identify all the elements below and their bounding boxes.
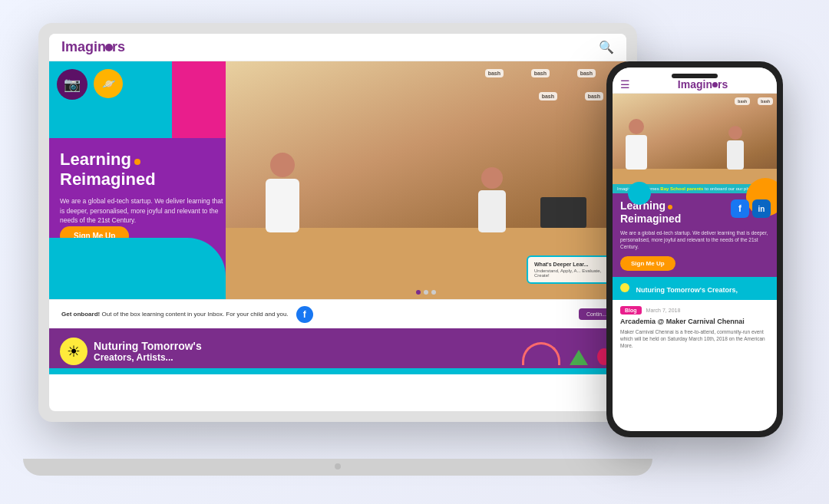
search-icon[interactable]: 🔍 xyxy=(599,40,614,54)
laptop-hero: 📷 🪐 Learning Reimagined We are a global … xyxy=(49,61,626,299)
mobile-phone: ☰ Imaginrs bash bash xyxy=(606,61,783,437)
mobile-child xyxy=(727,126,744,170)
ticker-highlight: Bay School parents xyxy=(660,186,703,191)
bottom-text: Nuturing Tomorrow's Creators, Artists... xyxy=(94,340,202,363)
signup-text: Get onboard! Out of the box learning con… xyxy=(61,311,289,318)
hero-photo: bash bash bash bash bash xyxy=(226,61,626,299)
bash-logo-2: bash xyxy=(531,69,550,77)
linkedin-social-icon[interactable]: in xyxy=(752,199,771,218)
planet-icon: 🪐 xyxy=(94,69,123,98)
bash-logo-4: bash xyxy=(585,92,603,100)
bottom-teal-bar xyxy=(49,368,626,374)
mobile-photo-bg: bash bash xyxy=(613,94,777,193)
mobile-navbar: ☰ Imaginrs xyxy=(613,68,777,94)
hero-heading: Learning Reimagined xyxy=(60,150,226,190)
mobile-heading-dot xyxy=(668,205,672,209)
mobile-woman-body xyxy=(626,135,647,170)
mobile-sign-me-up-button[interactable]: Sign Me Up xyxy=(620,256,675,271)
hero-icons: 📷 🪐 xyxy=(57,69,123,100)
mobile-bash-logo-2: bash xyxy=(735,97,750,105)
mobile-hero-photo: bash bash xyxy=(613,94,777,193)
mobile-woman xyxy=(626,119,647,170)
mobile-woman-head xyxy=(629,119,644,134)
triangle-deco xyxy=(570,342,588,365)
deeper-learning-card: What's Deeper Lear... Understand, Apply,… xyxy=(527,255,619,284)
mobile-child-head xyxy=(728,126,742,140)
laptop-screen: Imaginrs 🔍 📷 🪐 xyxy=(49,34,626,411)
laptop-logo: Imaginrs xyxy=(61,39,125,55)
facebook-social-icon[interactable]: f xyxy=(731,199,749,218)
hamburger-menu-icon[interactable]: ☰ xyxy=(620,78,630,91)
teal-circle-deco xyxy=(628,182,651,205)
blog-tag: Blog xyxy=(620,306,642,315)
card-text: Understand, Apply, A... Evaluate, Create… xyxy=(534,268,611,278)
blog-meta: Blog March 7, 2018 xyxy=(620,306,769,315)
laptop-base xyxy=(23,459,652,476)
arc-deco xyxy=(522,342,560,365)
triangle-icon xyxy=(570,350,588,365)
nurturing-dot-icon xyxy=(620,283,629,292)
bash-logo-1: bash xyxy=(577,69,596,77)
signup-bar: Get onboard! Out of the box learning con… xyxy=(49,299,626,328)
child-head xyxy=(481,167,503,189)
woman-head xyxy=(270,153,295,177)
mobile-screen: ☰ Imaginrs bash bash xyxy=(613,68,777,431)
bottom-decorations xyxy=(522,342,611,365)
laptop-navbar: Imaginrs 🔍 xyxy=(49,34,626,61)
blog-date: March 7, 2018 xyxy=(646,308,681,313)
mobile-hero-body: We are a global ed-tech startup. We deli… xyxy=(620,229,769,250)
nurturing-text-line2: Creators, Artists... xyxy=(94,352,202,363)
child-body xyxy=(478,190,506,232)
hero-body-text: We are a global ed-tech startup. We deli… xyxy=(60,196,226,226)
hero-pink-bg xyxy=(172,61,226,138)
puzzle-piece-deco xyxy=(49,238,226,299)
card-title: What's Deeper Lear... xyxy=(534,262,611,267)
facebook-icon[interactable]: f xyxy=(296,306,313,323)
dot-1[interactable] xyxy=(416,290,421,295)
bash-logo-5: bash xyxy=(539,92,557,100)
laptop-bottom-section: ☀ Nuturing Tomorrow's Creators, Artists.… xyxy=(49,328,626,374)
laptop: Imaginrs 🔍 📷 🪐 xyxy=(38,23,637,476)
logo-circle-icon xyxy=(105,44,113,51)
sun-character-icon: ☀ xyxy=(60,338,88,365)
mobile-bash-logo: bash xyxy=(758,97,773,105)
dot-3[interactable] xyxy=(431,290,436,295)
woman-body xyxy=(266,179,299,232)
blog-title: Arcademia @ Maker Carnival Chennai xyxy=(620,318,769,325)
mobile-photo-scene: bash bash xyxy=(613,94,777,193)
heading-dot xyxy=(134,159,140,165)
laptop-camera xyxy=(335,463,341,469)
nurturing-text-line1: Nuturing Tomorrow's xyxy=(94,340,202,352)
blog-excerpt: Maker Carnival Chennai is a free-to-atte… xyxy=(620,328,769,349)
hero-photo-bg: bash bash bash bash bash xyxy=(226,61,626,299)
photo-woman xyxy=(266,153,299,232)
dot-2[interactable] xyxy=(424,290,428,295)
camera-icon: 📷 xyxy=(57,69,88,100)
hero-left-panel: 📷 🪐 Learning Reimagined We are a global … xyxy=(49,61,226,299)
mobile-notch xyxy=(672,74,718,78)
social-icons: f in xyxy=(731,199,771,218)
mobile-logo-circle xyxy=(712,82,718,87)
mobile-nurturing-text: Nuturing Tomorrow's Creators, xyxy=(636,286,737,294)
mobile-child-body xyxy=(727,140,744,170)
mobile-logo: Imaginrs xyxy=(636,78,769,91)
bash-logo-3: bash xyxy=(485,69,504,77)
mobile-hero-bottom: f in Learning Reimagined We are a global… xyxy=(613,193,777,277)
tablet-device xyxy=(540,197,586,228)
hero-text-block: Learning Reimagined We are a global ed-t… xyxy=(60,150,226,226)
mobile-nurturing-section: Nuturing Tomorrow's Creators, xyxy=(613,277,777,300)
mobile-blog-section: Blog March 7, 2018 Arcademia @ Maker Car… xyxy=(613,300,777,355)
scene: Imaginrs 🔍 📷 🪐 xyxy=(0,0,829,504)
carousel-dots xyxy=(416,290,436,295)
photo-child xyxy=(478,167,506,232)
arc-icon xyxy=(522,342,560,365)
laptop-body: Imaginrs 🔍 📷 🪐 xyxy=(38,23,637,422)
